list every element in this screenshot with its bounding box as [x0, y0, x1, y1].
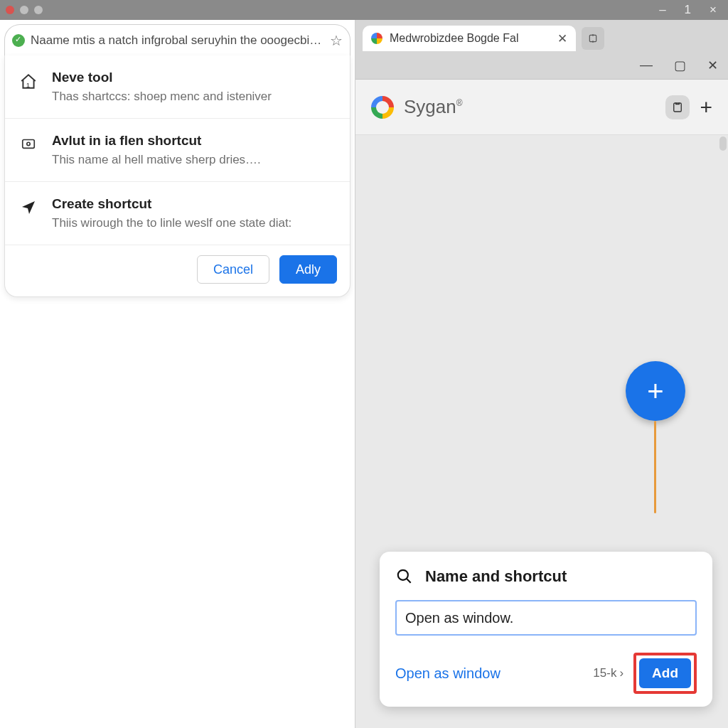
confirm-button[interactable]: Adly — [279, 255, 337, 284]
svg-rect-1 — [23, 140, 35, 149]
window-controls: – 1 × — [659, 3, 717, 17]
site-secure-icon — [12, 34, 25, 47]
suggestion-card: 1 Neve tool Thas shartccs: shoep menc an… — [4, 55, 350, 297]
traffic-lights — [6, 6, 43, 14]
extension-icon[interactable] — [582, 27, 604, 50]
svg-text:1: 1 — [26, 81, 30, 89]
google-logo-icon — [371, 96, 394, 119]
fab-add-button[interactable]: + — [626, 361, 685, 421]
add-button-highlight: Add — [633, 653, 697, 694]
maximize-icon[interactable]: ▢ — [674, 58, 686, 73]
zoom-dot[interactable] — [34, 6, 43, 14]
close-dot[interactable] — [6, 6, 14, 14]
tab-close-icon[interactable]: ✕ — [557, 31, 567, 46]
app-icon[interactable] — [665, 95, 690, 119]
suggestion-row[interactable]: Create shortcut Thiis wirough the to lin… — [5, 182, 350, 245]
tab-favicon-icon — [371, 33, 382, 44]
window-toolbar: — ▢ ✕ — [355, 51, 728, 80]
tab-strip: Medwrobizdee Bogde Fal ✕ — [355, 20, 728, 51]
win-minimize[interactable]: – — [659, 3, 665, 17]
brand-name: Sygan® — [404, 96, 463, 118]
suggestion-actions: Cancel Adly — [5, 245, 350, 296]
win-title-hint: 1 — [685, 3, 691, 17]
dialog-title: Name and shortcut — [425, 567, 567, 586]
suggestion-desc: Thas shartccs: shoep menc and isteniver — [52, 90, 272, 104]
cancel-button[interactable]: Cancel — [197, 255, 269, 284]
page-header: Sygan® + — [355, 80, 728, 135]
bookmark-star-icon[interactable]: ☆ — [330, 32, 343, 49]
shortcut-name-input[interactable] — [395, 600, 697, 636]
suggestion-desc: This name al hell mative sherp dries…. — [52, 153, 261, 167]
suggestion-row[interactable]: 1 Neve tool Thas shartccs: shoep menc an… — [5, 55, 350, 119]
window-titlebar: – 1 × — [0, 0, 728, 20]
callout-connector — [654, 421, 656, 513]
new-tab-plus-icon[interactable]: + — [700, 95, 712, 119]
dialog-meta: 15-k › — [593, 666, 623, 680]
svg-point-5 — [398, 570, 408, 580]
tab-label: Medwrobizdee Bogde Fal — [390, 32, 550, 45]
suggestion-title: Create shortcut — [52, 196, 291, 212]
suggestion-desc: Thiis wirough the to linle weslf one sta… — [52, 216, 291, 230]
close-icon[interactable]: ✕ — [707, 58, 718, 73]
location-arrow-icon — [18, 196, 39, 216]
home-icon: 1 — [18, 70, 39, 91]
omnibox[interactable]: Naame mtis a natch infgrobal seruyhin th… — [4, 24, 350, 55]
svg-point-2 — [27, 142, 30, 145]
svg-rect-3 — [589, 35, 596, 41]
minimize-dot[interactable] — [20, 6, 28, 14]
suggestion-title: Neve tool — [52, 70, 272, 85]
omnibox-text[interactable]: Naame mtis a natch infgrobal seruyhin th… — [31, 33, 324, 48]
suggestion-title: Avlut in ia flen shortcut — [52, 133, 261, 149]
suggestion-row[interactable]: Avlut in ia flen shortcut This name al h… — [5, 119, 350, 182]
camera-icon — [18, 133, 39, 151]
win-close[interactable]: × — [710, 3, 717, 17]
right-pane: Medwrobizdee Bogde Fal ✕ — ▢ ✕ Sygan® + … — [355, 20, 728, 728]
chevron-right-icon: › — [619, 666, 623, 680]
search-icon — [395, 567, 414, 586]
minimize-icon[interactable]: — — [640, 58, 653, 73]
left-pane: Naame mtis a natch infgrobal seruyhin th… — [0, 20, 355, 728]
open-as-window-link[interactable]: Open as window — [395, 665, 500, 682]
browser-tab[interactable]: Medwrobizdee Bogde Fal ✕ — [363, 26, 576, 51]
add-button[interactable]: Add — [639, 658, 691, 688]
scrollbar-thumb[interactable] — [719, 136, 727, 151]
create-shortcut-dialog: Name and shortcut Open as window 15-k › … — [380, 552, 712, 707]
